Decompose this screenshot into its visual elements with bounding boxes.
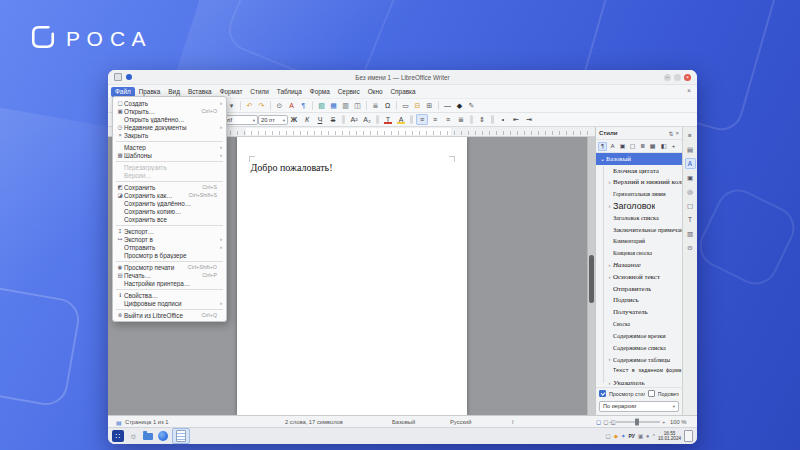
style-list-item[interactable]: Сноска xyxy=(596,318,682,330)
format-button[interactable]: ⇥ xyxy=(523,114,535,125)
format-button[interactable]: ≣ xyxy=(455,114,467,125)
toolbar-icon[interactable]: ⊟ xyxy=(412,100,423,111)
multi-page-view-icon[interactable]: ▢ xyxy=(603,419,608,425)
tray-icon[interactable]: ▢ xyxy=(605,433,610,439)
statusbar-paragraph-style[interactable]: Базовый xyxy=(392,419,415,425)
format-button[interactable] xyxy=(491,115,494,124)
file-menu-item[interactable]: Сохранить все xyxy=(113,215,226,223)
style-list-item[interactable]: Содержимое списка xyxy=(596,342,682,354)
sidebar-tab-icon[interactable]: ▥ xyxy=(685,228,696,239)
style-category-icon[interactable]: ▦ xyxy=(648,142,657,151)
tray-icon[interactable]: ✦ xyxy=(621,433,626,439)
style-list-item[interactable]: Подпись xyxy=(596,295,682,307)
single-page-view-icon[interactable]: ▢ xyxy=(596,419,601,425)
app-launcher-button[interactable]: ∷ xyxy=(112,430,124,442)
file-menu-item[interactable] xyxy=(116,141,223,142)
style-list-item[interactable]: Получатель xyxy=(596,306,682,318)
menubar-item[interactable]: Таблица xyxy=(273,87,306,97)
file-menu-item[interactable]: Мастер xyxy=(113,143,226,151)
toolbar-icon[interactable]: Ω xyxy=(382,100,393,111)
sidebar-tab-icon[interactable]: Т xyxy=(685,214,696,225)
style-tool-icon[interactable]: + xyxy=(669,142,678,151)
scrollbar-thumb[interactable] xyxy=(589,255,594,303)
spotlight-checkbox[interactable] xyxy=(648,390,655,397)
menubar-item[interactable]: Сервис xyxy=(334,87,364,97)
style-list-item[interactable]: Отправитель xyxy=(596,283,682,295)
menubar-item[interactable]: Вставка xyxy=(184,87,216,97)
style-tool-icon[interactable]: ◧ xyxy=(659,142,668,151)
style-list-item[interactable]: Заголовок списка xyxy=(596,212,682,224)
sidebar-tab-icon[interactable]: ≡ xyxy=(685,130,696,141)
file-menu-item[interactable] xyxy=(116,225,223,226)
zoom-out-button[interactable]: − xyxy=(609,419,612,425)
file-menu-item[interactable]: ⊗ Выйти из LibreOffice Ctrl+Q xyxy=(113,311,226,319)
format-button[interactable]: A₂ xyxy=(361,114,373,125)
style-list-item[interactable]: Заголовок xyxy=(596,200,682,212)
format-button[interactable]: ≡ xyxy=(429,114,441,125)
file-menu-item[interactable]: Перезагрузить xyxy=(113,163,226,171)
file-menu-item[interactable]: ▣ Открыть… Ctrl+O xyxy=(113,107,226,115)
expand-arrow-icon[interactable] xyxy=(606,179,613,185)
window-titlebar[interactable]: Без имени 1 — LibreOffice Writer – × xyxy=(108,70,697,85)
keyboard-layout-indicator[interactable]: РУ xyxy=(628,433,634,439)
format-button[interactable]: A² xyxy=(348,114,360,125)
browser-button[interactable] xyxy=(157,430,169,442)
zoom-slider-knob[interactable] xyxy=(635,418,639,425)
style-list-item[interactable]: Заключительное примечание xyxy=(596,224,682,236)
format-button[interactable]: ⇤ xyxy=(510,114,522,125)
file-menu-item[interactable]: ↥ Экспорт… xyxy=(113,227,226,235)
toolbar-icon[interactable]: ⊞ xyxy=(424,100,435,111)
file-menu-item[interactable]: Сохранить копию… xyxy=(113,207,226,215)
file-menu-item[interactable]: ↦ Экспорт в xyxy=(113,235,226,243)
file-menu-item[interactable]: ▦ Шаблоны xyxy=(113,151,226,159)
style-list-item[interactable]: Блочная цитата xyxy=(596,165,682,177)
format-button[interactable] xyxy=(470,115,473,124)
style-list-item[interactable]: Указатель xyxy=(596,377,682,388)
style-list-item[interactable]: Горизонтальная линия xyxy=(596,188,682,200)
file-menu-item[interactable]: Настройки принтера… xyxy=(113,279,226,287)
file-menu-item[interactable]: ▤ Печать… Ctrl+P xyxy=(113,271,226,279)
file-menu-item[interactable]: Сохранить удалённо… xyxy=(113,199,226,207)
file-menu-item[interactable] xyxy=(116,181,223,182)
toolbar-icon[interactable] xyxy=(396,101,397,110)
file-menu-item[interactable]: ◷ Недавние документы xyxy=(113,123,226,131)
file-menu-item[interactable] xyxy=(116,261,223,262)
format-button[interactable]: А xyxy=(395,114,407,125)
active-task-writer[interactable] xyxy=(172,428,190,444)
format-button[interactable] xyxy=(376,115,379,124)
toolbar-icon[interactable] xyxy=(270,101,271,110)
file-manager-button[interactable] xyxy=(142,430,154,442)
sidebar-tab-icon[interactable]: ▣ xyxy=(685,172,696,183)
menubar-item[interactable]: Вид xyxy=(164,87,184,97)
format-button[interactable] xyxy=(342,115,345,124)
menubar-item[interactable]: Справка xyxy=(387,87,420,97)
document-page[interactable]: Добро пожаловать! xyxy=(237,137,467,415)
format-button[interactable]: ≡ xyxy=(442,114,454,125)
toolbar-icon[interactable]: ◆ xyxy=(454,100,465,111)
style-filter-combo[interactable]: По иерархии ▾ xyxy=(599,401,679,412)
toolbar-icon[interactable]: ◫ xyxy=(352,100,363,111)
toolbar-icon[interactable] xyxy=(366,101,367,110)
vertical-scrollbar[interactable] xyxy=(587,137,595,415)
file-menu-item[interactable] xyxy=(116,309,223,310)
file-menu-item[interactable]: ▢ Создать xyxy=(113,99,226,107)
toolbar-icon[interactable] xyxy=(240,101,241,110)
style-list-item[interactable]: Верхний и нижний колонтитулы xyxy=(596,177,682,189)
style-list-item[interactable]: Текст в заданном формате xyxy=(596,365,682,377)
file-menu-item[interactable]: Отправить xyxy=(113,243,226,251)
preview-styles-checkbox[interactable] xyxy=(599,390,606,397)
toolbar-icon[interactable]: ▦ xyxy=(328,100,339,111)
format-button[interactable] xyxy=(410,115,413,124)
file-menu-item[interactable]: ◉ Просмотр печати Ctrl+Shift+O xyxy=(113,263,226,271)
toolbar-icon[interactable]: — xyxy=(442,100,453,111)
toolbar-icon[interactable]: ▾ xyxy=(226,100,237,111)
format-button[interactable]: Т xyxy=(382,114,394,125)
toolbar-icon[interactable]: ✎ xyxy=(466,100,477,111)
statusbar-page[interactable]: Страница 1 из 1 xyxy=(125,419,168,425)
sidebar-header-icon[interactable]: ⇅ xyxy=(668,130,673,137)
toolbar-icon[interactable]: ⊙ xyxy=(274,100,285,111)
tray-icon[interactable]: ◆ xyxy=(614,433,618,439)
file-menu-item[interactable]: Версии… xyxy=(113,171,226,179)
format-button[interactable]: Ж xyxy=(288,114,300,125)
file-menu-item[interactable]: Открыть удалённо… xyxy=(113,115,226,123)
